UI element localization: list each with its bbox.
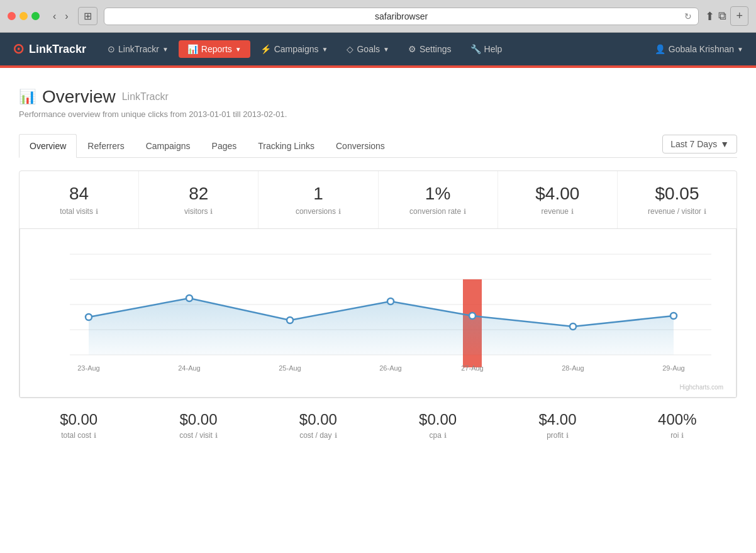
maximize-button[interactable] [31, 12, 40, 20]
stat-cost-per-day: $0.00 cost / day ℹ [258, 411, 378, 440]
tab-pages[interactable]: Pages [201, 134, 248, 158]
info-icon[interactable]: ℹ [210, 208, 213, 216]
share-button[interactable]: ⬆ [705, 6, 714, 26]
info-icon[interactable]: ℹ [96, 208, 98, 216]
x-label-27aug: 27-Aug [461, 364, 483, 372]
chevron-down-icon: ▼ [322, 46, 328, 53]
nav-logo[interactable]: ⊙ LinkTrackr [13, 41, 86, 57]
reports-icon: 📊 [187, 44, 198, 54]
user-menu[interactable]: 👤 Gobala Krishnan ▼ [655, 44, 743, 54]
info-icon[interactable]: ℹ [571, 208, 574, 216]
traffic-lights [8, 12, 40, 20]
stat-total-cost: $0.00 total cost ℹ [19, 411, 138, 440]
logo-icon: ⊙ [13, 41, 24, 57]
tab-tracking-links[interactable]: Tracking Links [247, 134, 325, 158]
chart-point [287, 317, 293, 323]
new-window-button[interactable]: ⧉ [718, 6, 726, 26]
nav-item-reports[interactable]: 📊 Reports ▼ [179, 40, 250, 58]
chevron-down-icon: ▼ [162, 46, 169, 53]
x-label-23aug: 23-Aug [77, 364, 99, 372]
nav-menu: ⊙ LinkTrackr ▼ 📊 Reports ▼ ⚡ Campaigns ▼… [99, 40, 511, 58]
info-icon[interactable]: ℹ [681, 432, 684, 440]
info-icon[interactable]: ℹ [464, 208, 466, 216]
page-title-text: Overview [42, 87, 116, 107]
tab-referrers[interactable]: Referrers [77, 134, 135, 158]
chart-area-fill [89, 298, 674, 355]
page-subtitle: Performance overview from unique clicks … [19, 109, 737, 119]
stat-label-cost-per-day: cost / day ℹ [258, 431, 378, 440]
date-filter-label: Last 7 Days [670, 139, 717, 149]
info-icon[interactable]: ℹ [215, 432, 218, 440]
tab-campaigns[interactable]: Campaigns [135, 134, 201, 158]
stat-label-revenue: revenue ℹ [508, 207, 608, 216]
stat-label-cost-per-visit: cost / visit ℹ [138, 431, 258, 440]
stat-profit: $4.00 profit ℹ [498, 411, 617, 440]
chart-point [670, 313, 677, 319]
stat-value-visitors: 82 [148, 184, 248, 204]
info-icon[interactable]: ℹ [704, 208, 706, 216]
stat-roi: 400% roi ℹ [618, 411, 737, 440]
stat-visitors: 82 visitors ℹ [139, 171, 258, 228]
stat-value-total-visits: 84 [29, 184, 129, 204]
goals-icon: ◇ [347, 44, 353, 54]
chart-svg: 23-Aug 24-Aug 25-Aug 26-Aug 27-Aug 28-Au… [26, 242, 730, 383]
browser-chrome: ‹ › ⊞ safaribrowser ↻ ⬆ ⧉ + [0, 0, 756, 33]
nav-item-linktrackr[interactable]: ⊙ LinkTrackr ▼ [99, 40, 177, 58]
chart-point [387, 298, 394, 304]
stat-value-conversion-rate: 1% [388, 184, 488, 204]
chart-point [86, 314, 92, 320]
stat-label-cpa: cpa ℹ [378, 431, 498, 440]
stat-value-roi: 400% [618, 411, 737, 428]
stat-label-total-cost: total cost ℹ [19, 431, 138, 440]
x-label-28aug: 28-Aug [562, 364, 584, 372]
nav-item-settings[interactable]: ⚙ Settings [399, 40, 460, 58]
forward-button[interactable]: › [62, 9, 71, 23]
x-label-25aug: 25-Aug [279, 364, 301, 372]
nav-item-campaigns[interactable]: ⚡ Campaigns ▼ [252, 40, 337, 58]
user-name: Gobala Krishnan [669, 44, 734, 54]
x-label-26aug: 26-Aug [379, 364, 401, 372]
stat-value-conversions: 1 [268, 184, 368, 204]
date-filter-dropdown[interactable]: Last 7 Days ▼ [662, 135, 737, 154]
info-icon[interactable]: ℹ [335, 432, 337, 440]
bottom-stats: $0.00 total cost ℹ $0.00 cost / visit ℹ … [19, 398, 737, 440]
page-title-sub: LinkTrackr [122, 91, 169, 103]
info-icon[interactable]: ℹ [444, 432, 447, 440]
stat-total-visits: 84 total visits ℹ [19, 171, 139, 228]
tab-conversions[interactable]: Conversions [325, 134, 396, 158]
main-content: 📊 Overview LinkTrackr Performance overvi… [0, 68, 756, 452]
stat-label-roi: roi ℹ [618, 431, 737, 440]
x-label-24aug: 24-Aug [178, 364, 200, 372]
nav-item-help[interactable]: 🔧 Help [462, 40, 511, 58]
x-label-29aug: 29-Aug [662, 364, 684, 372]
new-tab-button[interactable]: + [730, 6, 748, 26]
stat-value-revenue-per-visitor: $0.05 [627, 184, 727, 204]
chevron-down-icon: ▼ [235, 46, 242, 53]
stat-revenue-per-visitor: $0.05 revenue / visitor ℹ [618, 171, 737, 228]
back-button[interactable]: ‹ [50, 9, 59, 23]
tab-overview[interactable]: Overview [19, 134, 77, 158]
stat-label-revenue-per-visitor: revenue / visitor ℹ [627, 207, 727, 216]
nav-item-goals[interactable]: ◇ Goals ▼ [338, 40, 397, 58]
info-icon[interactable]: ℹ [566, 432, 569, 440]
stat-label-profit: profit ℹ [498, 431, 617, 440]
chart-area: 23-Aug 24-Aug 25-Aug 26-Aug 27-Aug 28-Au… [19, 229, 737, 398]
info-icon[interactable]: ℹ [94, 432, 96, 440]
url-bar[interactable]: safaribrowser ↻ [104, 8, 699, 25]
minimize-button[interactable] [19, 12, 28, 20]
stat-value-cost-per-day: $0.00 [258, 411, 378, 428]
info-icon[interactable]: ℹ [338, 208, 341, 216]
chart-point [186, 295, 192, 301]
stat-label-conversions: conversions ℹ [268, 207, 368, 216]
app-container: ⊙ LinkTrackr ⊙ LinkTrackr ▼ 📊 Reports ▼ … [0, 33, 756, 553]
stat-label-total-visits: total visits ℹ [29, 207, 129, 216]
stat-conversion-rate: 1% conversion rate ℹ [379, 171, 498, 228]
chart-credit: Highcharts.com [26, 384, 730, 391]
refresh-button[interactable]: ↻ [684, 11, 692, 21]
sidebar-toggle-button[interactable]: ⊞ [78, 7, 97, 25]
settings-icon: ⚙ [408, 44, 416, 54]
tabs-row: Overview Referrers Campaigns Pages Track… [19, 134, 737, 158]
stat-revenue: $4.00 revenue ℹ [498, 171, 618, 228]
page-title-icon: 📊 [19, 89, 36, 105]
close-button[interactable] [8, 12, 16, 20]
